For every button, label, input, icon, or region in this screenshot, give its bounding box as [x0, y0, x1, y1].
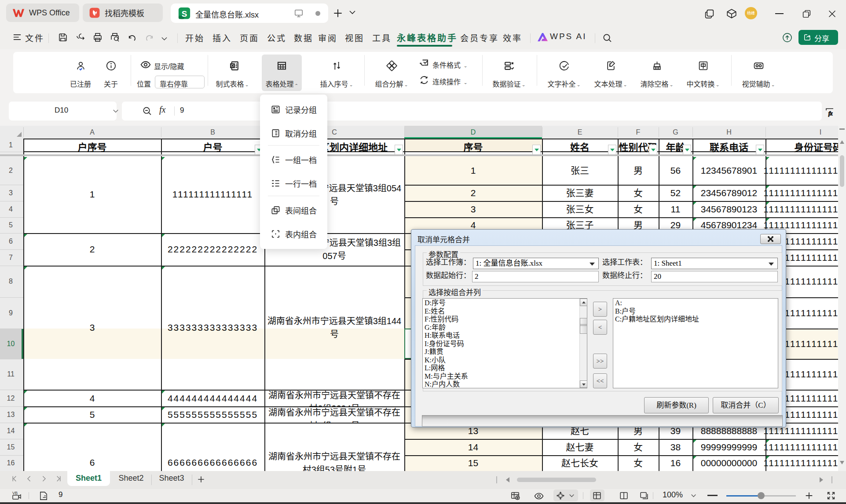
svg-text:VB: VB [12, 491, 18, 495]
svg-text:S: S [182, 9, 187, 18]
svg-text:fx: fx [828, 110, 833, 117]
